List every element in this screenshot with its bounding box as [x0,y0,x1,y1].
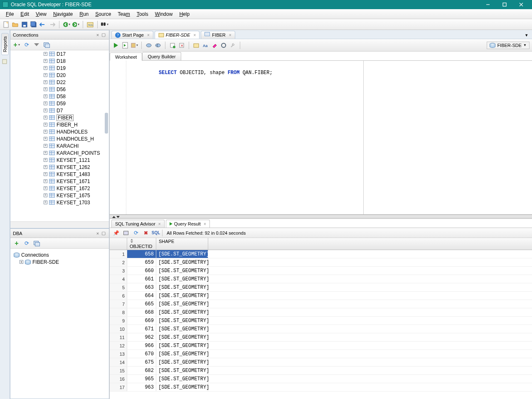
close-tab-icon[interactable]: × [229,33,232,37]
menu-view[interactable]: View [32,10,50,18]
table-row[interactable]: 11962[SDE.ST_GEOMETRY] [110,333,532,342]
tree-item-keyset_1703[interactable]: KEYSET_1703 [10,199,109,206]
table-row[interactable]: 2659[SDE.ST_GEOMETRY] [110,258,532,267]
col-objectid[interactable]: OBJECTID [127,238,156,250]
new-icon[interactable] [2,21,10,28]
tab-fiber[interactable]: FIBER × [201,31,235,39]
expand-icon[interactable] [44,73,47,77]
table-row[interactable]: 3660[SDE.ST_GEOMETRY] [110,267,532,275]
menu-run[interactable]: Run [76,10,92,18]
close-tab-icon[interactable]: × [204,222,206,226]
close-button[interactable] [513,0,530,9]
expand-icon[interactable] [44,66,47,70]
menu-team[interactable]: Team [114,10,133,18]
tree-item-karachi_points[interactable]: KARACHI_POINTS [10,149,109,156]
connection-selector[interactable]: FIBER-SDE ▼ [487,42,530,49]
redo-icon[interactable] [48,21,56,28]
tree-item-d58[interactable]: D58 [10,93,109,100]
save-icon[interactable] [21,21,28,28]
menu-tools[interactable]: Tools [133,10,152,18]
refresh-result-icon[interactable]: ⟳ [132,229,140,237]
menu-source[interactable]: Source [92,10,114,18]
clear-icon[interactable]: ✕ [178,42,185,49]
refresh-connections-icon[interactable]: ⟳ [23,41,30,49]
menu-window[interactable]: Window [152,10,176,18]
cell-shape[interactable]: [SDE.ST_GEOMETRY] [156,292,208,300]
menu-edit[interactable]: Edit [17,10,32,18]
tab-query-result[interactable]: Query Result × [166,220,210,228]
back-icon[interactable] [63,21,70,28]
tree-item-keyset_1675[interactable]: KEYSET_1675 [10,192,109,199]
tree-item-keyset_1262[interactable]: KEYSET_1262 [10,164,109,171]
open-icon[interactable] [12,21,19,28]
cell-shape[interactable]: [SDE.ST_GEOMETRY] [156,367,208,374]
expand-icon[interactable] [44,123,47,126]
cell-objectid[interactable]: 659 [127,258,156,266]
cell-objectid[interactable]: 664 [127,292,156,300]
sql-text-icon[interactable]: SQL [152,229,160,237]
table-row[interactable]: 6664[SDE.ST_GEOMETRY] [110,292,532,300]
stack-icon[interactable] [43,41,50,49]
expand-icon[interactable] [44,158,47,162]
tree-item-d17[interactable]: D17 [10,50,109,57]
cell-shape[interactable]: [SDE.ST_GEOMETRY] [156,275,208,283]
cell-objectid[interactable]: 658 [127,250,156,258]
sql-editor[interactable]: SELECT OBJECTID, shape FROM QAN.FIBER; [110,61,532,215]
tree-item-d18[interactable]: D18 [10,57,109,64]
table-row[interactable]: 17963[SDE.ST_GEOMETRY] [110,383,532,392]
cell-objectid[interactable]: 663 [127,283,156,291]
cell-objectid[interactable]: 682 [127,367,156,374]
cell-objectid[interactable]: 660 [127,267,156,275]
print-icon[interactable] [122,229,130,237]
table-row[interactable]: 4661[SDE.ST_GEOMETRY] [110,275,532,283]
dba-restore-icon[interactable]: ▢ [101,230,106,236]
rollback-icon[interactable] [154,42,162,49]
expand-icon[interactable] [44,109,47,112]
tree-item-keyset_1121[interactable]: KEYSET_1121 [10,156,109,164]
tree-item-keyset_1671[interactable]: KEYSET_1671 [10,178,109,185]
expand-icon[interactable] [44,102,47,105]
connections-restore-icon[interactable]: ▢ [101,32,106,37]
cell-objectid[interactable]: 668 [127,308,156,316]
expand-icon[interactable] [44,130,47,134]
run-script-icon[interactable] [121,42,129,49]
cell-shape[interactable]: [SDE.ST_GEOMETRY] [156,283,208,291]
dba-connections-node[interactable]: Connections [14,251,106,258]
pin-icon[interactable]: 📌 [112,229,120,237]
menu-help[interactable]: Help [176,10,193,18]
col-shape[interactable]: SHAPE [156,238,208,250]
delete-result-icon[interactable]: ✖ [142,229,150,237]
vertical-splitter[interactable] [110,215,532,219]
horizontal-scrollbar[interactable] [10,221,109,228]
explain-plan-icon[interactable] [131,42,138,49]
result-grid[interactable]: OBJECTID SHAPE 1658[SDE.ST_GEOMETRY]2659… [110,238,532,399]
dba-tree[interactable]: Connections + FIBER-SDE [10,249,109,268]
expand-icon[interactable] [44,179,47,183]
sql-history-icon[interactable] [192,42,200,49]
editor-split[interactable] [363,61,532,214]
tree-item-d22[interactable]: D22 [10,79,109,86]
table-row[interactable]: 15682[SDE.ST_GEOMETRY] [110,367,532,375]
table-row[interactable]: 10671[SDE.ST_GEOMETRY] [110,325,532,333]
dba-refresh-icon[interactable]: ⟳ [23,240,30,247]
cell-objectid[interactable]: 661 [127,275,156,283]
tree-item-keyset_1483[interactable]: KEYSET_1483 [10,171,109,178]
filter-icon[interactable] [33,41,40,49]
cell-shape[interactable]: [SDE.ST_GEOMETRY] [156,333,208,341]
cell-shape[interactable]: [SDE.ST_GEOMETRY] [156,375,208,383]
tree-item-handholes_h[interactable]: HANDHOLES_H [10,135,109,142]
undo-icon[interactable] [39,21,47,28]
close-tab-icon[interactable]: × [158,222,161,226]
tree-item-d20[interactable]: D20 [10,72,109,79]
tree-item-d7[interactable]: D7 [10,107,109,114]
dba-stack-icon[interactable] [33,240,40,247]
table-row[interactable]: 16965[SDE.ST_GEOMETRY] [110,375,532,383]
table-row[interactable]: 5663[SDE.ST_GEOMETRY] [110,283,532,292]
expand-icon[interactable] [44,137,47,141]
dba-close-icon[interactable]: × [95,231,101,236]
tree-item-d56[interactable]: D56 [10,86,109,93]
commit-icon[interactable] [145,42,153,49]
expand-icon[interactable] [44,59,47,63]
table-row[interactable]: 1658[SDE.ST_GEOMETRY] [110,250,532,258]
expand-icon[interactable] [44,144,47,148]
